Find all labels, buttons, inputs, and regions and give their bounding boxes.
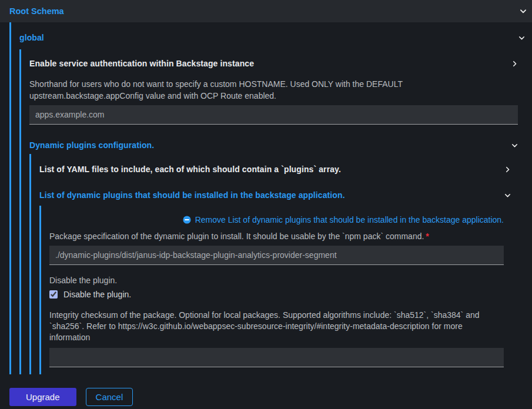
dynamic-plugin-list-label: List of dynamic plugins that should be i… <box>39 190 345 200</box>
dynamic-plugin-list-section-toggle[interactable]: List of dynamic plugins that should be i… <box>39 189 511 201</box>
package-field-label-text: Package specification of the dynamic plu… <box>49 232 424 241</box>
minus-circle-icon <box>183 216 191 224</box>
disable-plugin-checkbox[interactable] <box>49 290 58 299</box>
dynamic-plugins-section-toggle[interactable]: Dynamic plugins configuration. <box>29 139 518 151</box>
root-schema-section: global Enable service authentication wit… <box>9 22 532 374</box>
chevron-down-icon <box>520 8 527 15</box>
disable-checkbox-label[interactable]: Disable the plugin. <box>63 290 131 299</box>
global-section-toggle[interactable]: global <box>19 32 525 43</box>
chevron-down-icon <box>518 35 525 41</box>
chevron-down-icon <box>511 142 518 149</box>
cancel-button[interactable]: Cancel <box>86 388 133 406</box>
disable-field-label: Disable the plugin. <box>49 275 504 286</box>
disable-checkbox-row: Disable the plugin. <box>49 290 504 299</box>
dynamic-plugins-section-content: List of YAML files to include, each of w… <box>29 154 518 374</box>
host-field-description: Shorthand for users who do not want to s… <box>29 79 518 102</box>
yaml-files-label: List of YAML files to include, each of w… <box>39 165 341 174</box>
root-schema-accordion-toggle[interactable]: Root Schema <box>0 0 532 22</box>
dynamic-plugin-list-content: Remove List of dynamic plugins that shou… <box>39 206 511 374</box>
form-footer: Upgrade Cancel <box>0 374 532 409</box>
dynamic-plugins-label: Dynamic plugins configuration. <box>29 140 154 150</box>
upgrade-button[interactable]: Upgrade <box>9 388 76 406</box>
section-filler <box>49 367 504 374</box>
host-input[interactable] <box>29 105 518 125</box>
global-section-label: global <box>19 33 44 42</box>
remove-plugin-list-button[interactable]: Remove List of dynamic plugins that shou… <box>49 215 504 224</box>
integrity-input[interactable] <box>49 348 504 367</box>
chevron-right-icon <box>504 166 511 173</box>
chevron-down-icon <box>504 192 511 199</box>
required-asterisk: * <box>426 232 429 241</box>
remove-plugin-list-label: Remove List of dynamic plugins that shou… <box>195 215 504 224</box>
root-schema-title: Root Schema <box>9 6 64 16</box>
global-section-content: Enable service authentication within Bac… <box>19 49 525 374</box>
chevron-right-icon <box>511 61 518 67</box>
package-input[interactable] <box>49 246 504 265</box>
schema-form-body: global Enable service authentication wit… <box>0 22 532 374</box>
operator-form-page: Root Schema global Enable service authen… <box>0 0 532 409</box>
integrity-field-label: Integrity checksum of the package. Optio… <box>49 310 504 343</box>
enable-auth-section-toggle[interactable]: Enable service authentication within Bac… <box>29 58 518 69</box>
package-field-label: Package specification of the dynamic plu… <box>49 231 504 242</box>
yaml-files-section-toggle[interactable]: List of YAML files to include, each of w… <box>39 163 511 175</box>
enable-auth-label: Enable service authentication within Bac… <box>29 59 254 68</box>
